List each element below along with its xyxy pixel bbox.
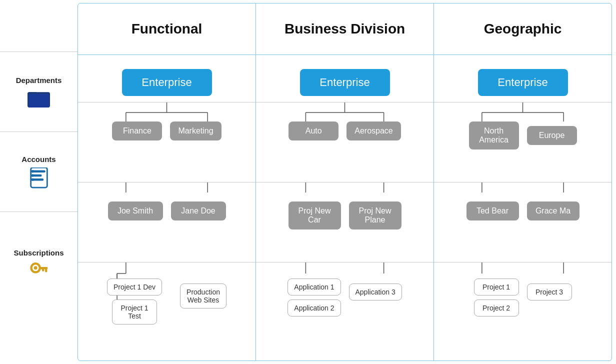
svg-rect-13 (45, 269, 47, 272)
functional-sub-proj1test: Project 1Test (112, 300, 157, 324)
bd-departments-section: Auto Aerospace (256, 102, 434, 182)
geo-dept-europe: Europe (527, 126, 577, 145)
bd-departments-row: Auto Aerospace (288, 122, 401, 140)
functional-dept-marketing: Marketing (170, 122, 221, 140)
bd-sub-col-car: Application 1 Application 2 (288, 278, 340, 316)
functional-sub-col-joe: Project 1 Dev Project 1Test (107, 278, 162, 324)
functional-subscriptions-row: Project 1 Dev Project 1Test ProductionWe… (80, 278, 253, 324)
geographic-column: Geographic Enterprise NorthAmerica Europ… (434, 4, 612, 361)
labels-column: Departments Accounts Subscriptions (0, 0, 78, 364)
geo-departments-row: NorthAmerica Europe (469, 122, 577, 150)
geo-acct-grace-ma: Grace Ma (527, 202, 580, 220)
svg-rect-4 (32, 170, 45, 173)
key-icon (30, 261, 48, 280)
geo-dept-north-america: NorthAmerica (469, 122, 519, 150)
accounts-icon (29, 168, 49, 188)
functional-acct-connectors (78, 182, 256, 262)
geo-sub-proj1: Project 1 (474, 278, 519, 296)
geo-departments-section: NorthAmerica Europe (434, 102, 612, 182)
geographic-title: Geographic (484, 21, 562, 37)
geo-enterprise-section: Enterprise (434, 55, 612, 102)
main-content: Functional Enterprise F (78, 3, 612, 361)
business-division-header: Business Division (256, 4, 434, 55)
svg-point-9 (31, 178, 34, 180)
functional-dept-connectors (78, 102, 256, 182)
bd-dept-aerospace: Aerospace (346, 122, 401, 140)
bd-subscriptions-row: Application 1 Application 2 Application … (258, 278, 431, 316)
functional-sub-proj1dev: Project 1 Dev (107, 278, 162, 296)
columns-area: Functional Enterprise F (78, 4, 612, 361)
geo-acct-connectors (434, 182, 612, 262)
bd-accounts-section: Proj NewCar Proj NewPlane (256, 182, 434, 262)
functional-accounts-section: Joe Smith Jane Doe (78, 182, 256, 262)
functional-acct-joe-smith: Joe Smith (108, 202, 163, 220)
departments-label-row: Departments (0, 52, 78, 132)
functional-column: Functional Enterprise F (78, 4, 256, 361)
svg-rect-2 (28, 94, 49, 108)
geo-sub-col-grace: Project 3 (527, 284, 572, 300)
geo-enterprise-node: Enterprise (478, 69, 568, 96)
functional-acct-jane-doe: Jane Doe (171, 202, 226, 220)
geo-subscriptions-row: Project 1 Project 2 Project 3 (436, 278, 609, 316)
functional-header: Functional (78, 4, 256, 55)
functional-enterprise-section: Enterprise (78, 55, 256, 102)
geo-sub-proj2: Project 2 (474, 300, 519, 316)
accounts-label-row: Accounts (0, 132, 78, 212)
departments-label: Departments (16, 76, 62, 84)
svg-rect-14 (42, 269, 44, 272)
geo-accounts-row: Ted Bear Grace Ma (466, 202, 580, 220)
geo-acct-ted-bear: Ted Bear (466, 202, 519, 220)
bd-subscriptions-section: Application 1 Application 2 Application … (256, 262, 434, 361)
functional-enterprise-node: Enterprise (122, 69, 212, 96)
bd-dept-connectors (256, 102, 434, 182)
business-division-title: Business Division (284, 21, 405, 37)
bd-enterprise-section: Enterprise (256, 55, 434, 102)
bd-acct-proj-new-car: Proj NewCar (288, 202, 341, 230)
bd-sub-app2: Application 2 (288, 300, 340, 316)
geo-subscriptions-section: Project 1 Project 2 Project 3 (434, 262, 612, 361)
functional-title: Functional (132, 21, 202, 37)
svg-point-11 (34, 266, 37, 270)
subscriptions-label-row: Subscriptions (0, 212, 78, 316)
bd-dept-auto: Auto (288, 122, 338, 140)
bd-sub-app3: Application 3 (349, 284, 402, 300)
functional-sub-col-jane: ProductionWeb Sites (180, 284, 226, 308)
functional-sub-prodweb: ProductionWeb Sites (180, 284, 226, 308)
svg-rect-6 (32, 178, 44, 181)
geo-sub-col-ted: Project 1 Project 2 (474, 278, 519, 316)
geo-sub-proj3: Project 3 (527, 284, 572, 300)
functional-subscriptions-section: Project 1 Dev Project 1Test ProductionWe… (78, 262, 256, 361)
subscriptions-label: Subscriptions (14, 248, 64, 257)
functional-departments-row: Finance Marketing (112, 122, 221, 140)
svg-point-8 (31, 174, 34, 176)
functional-dept-finance: Finance (112, 122, 162, 140)
bd-enterprise-node: Enterprise (300, 69, 390, 96)
bd-acct-proj-new-plane: Proj NewPlane (349, 202, 402, 230)
svg-point-7 (31, 170, 34, 172)
geo-accounts-section: Ted Bear Grace Ma (434, 182, 612, 262)
label-header-empty (0, 0, 78, 52)
geographic-header: Geographic (434, 4, 612, 55)
functional-departments-section: Finance Marketing (78, 102, 256, 182)
business-division-column: Business Division Enterprise Auto Aerosp… (256, 4, 434, 361)
bd-sub-col-plane: Application 3 (349, 284, 402, 300)
bd-sub-app1: Application 1 (288, 278, 340, 296)
accounts-label: Accounts (22, 155, 56, 164)
bd-accounts-row: Proj NewCar Proj NewPlane (288, 202, 402, 230)
folder-icon (28, 88, 50, 108)
functional-accounts-row: Joe Smith Jane Doe (108, 202, 226, 220)
